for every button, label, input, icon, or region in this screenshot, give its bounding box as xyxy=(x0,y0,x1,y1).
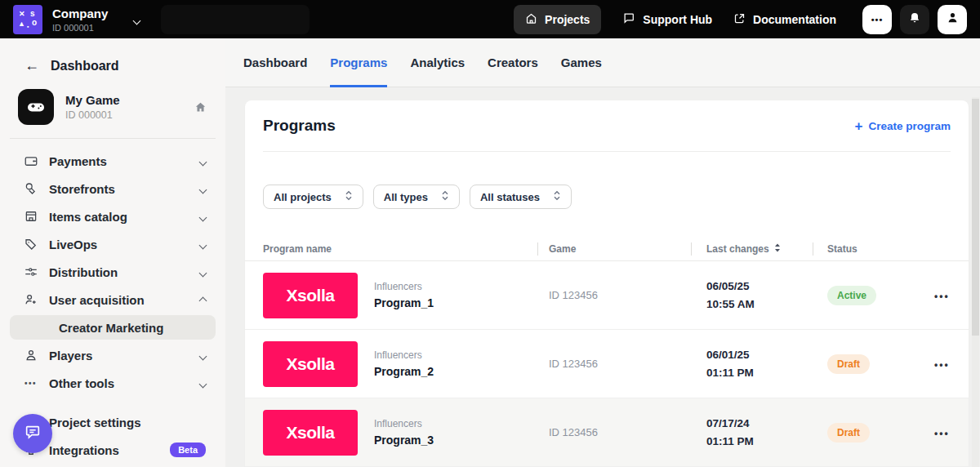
tab-bar: Dashboard Programs Analytics Creators Ga… xyxy=(225,38,980,87)
last-change-time: 01:11 PM xyxy=(706,364,813,382)
tab-creators[interactable]: Creators xyxy=(488,38,538,87)
filter-all-types[interactable]: All types xyxy=(373,185,460,209)
home-icon xyxy=(525,12,537,27)
column-last-changes[interactable]: Last changes xyxy=(691,243,813,255)
chevron-down-icon xyxy=(200,348,206,362)
gamepad-icon xyxy=(18,89,54,125)
project-card[interactable]: My Game ID 000001 xyxy=(18,89,207,125)
home-icon[interactable] xyxy=(194,100,207,114)
tab-programs[interactable]: Programs xyxy=(330,38,387,87)
support-hub-label: Support Hub xyxy=(643,13,712,26)
chat-widget-button[interactable] xyxy=(13,414,52,453)
sidebar-item-distribution[interactable]: Distribution xyxy=(0,258,225,286)
back-to-dashboard[interactable]: ← Dashboard xyxy=(0,57,225,74)
table-row[interactable]: Xsolla Influencers Program_3 ID 123456 0… xyxy=(245,398,969,467)
beta-badge: Beta xyxy=(170,443,206,457)
company-name: Company xyxy=(52,7,108,21)
sidebar-item-user-acquisition[interactable]: User acquisition xyxy=(0,286,225,314)
scrollbar-thumb[interactable] xyxy=(972,99,979,336)
chevron-down-icon xyxy=(200,153,206,168)
company-switcher[interactable]: Company ID 000001 xyxy=(52,7,108,33)
documentation-button[interactable]: Documentation xyxy=(733,12,836,27)
row-menu-button[interactable]: ••• xyxy=(934,359,950,371)
column-game: Game xyxy=(537,243,691,255)
logo-glyph: ▲ xyxy=(18,20,25,28)
sort-icon xyxy=(774,243,781,255)
chevron-down-icon xyxy=(200,181,206,196)
tags-icon xyxy=(23,181,38,196)
documentation-label: Documentation xyxy=(753,13,836,26)
person-icon xyxy=(23,348,38,362)
external-link-icon xyxy=(733,12,746,27)
program-name: Program_1 xyxy=(374,296,434,309)
logo-glyph: ✕ xyxy=(19,11,25,18)
chevron-down-icon[interactable] xyxy=(134,12,140,27)
chevron-down-icon xyxy=(200,265,206,279)
chevron-down-icon xyxy=(200,209,206,224)
game-id: ID 123456 xyxy=(537,426,691,438)
program-category: Influencers xyxy=(374,418,434,429)
program-name: Program_2 xyxy=(374,365,434,378)
sidebar-item-creator-marketing-selected[interactable]: Creator Marketing xyxy=(10,315,216,340)
support-hub-button[interactable]: Support Hub xyxy=(622,11,712,27)
chat-bubble-icon xyxy=(24,423,42,444)
content-area: Programs + Create program All projects A… xyxy=(225,87,980,467)
user-plus-icon xyxy=(23,292,38,307)
status-badge: Draft xyxy=(827,423,870,443)
projects-label: Projects xyxy=(545,13,590,26)
filter-all-projects[interactable]: All projects xyxy=(263,185,363,209)
program-category: Influencers xyxy=(374,349,434,361)
logo-glyph: s xyxy=(30,10,35,18)
tab-games[interactable]: Games xyxy=(561,38,602,87)
sidebar-item-blueprint[interactable]: Blueprint Beta xyxy=(0,464,225,467)
notifications-button[interactable] xyxy=(900,5,929,34)
table-row[interactable]: Xsolla Influencers Program_2 ID 123456 0… xyxy=(245,330,969,398)
back-arrow-icon: ← xyxy=(24,57,39,74)
tab-analytics[interactable]: Analytics xyxy=(410,38,465,87)
sidebar-item-items-catalog[interactable]: Items catalog xyxy=(0,202,225,230)
sidebar-item-payments[interactable]: Payments xyxy=(0,147,225,175)
page-title: Programs xyxy=(263,117,336,135)
tab-dashboard[interactable]: Dashboard xyxy=(243,38,307,87)
program-category: Influencers xyxy=(374,281,434,292)
row-menu-button[interactable]: ••• xyxy=(934,291,950,302)
logo-glyph: ▪ xyxy=(27,24,29,29)
logo-glyph: o xyxy=(32,19,37,27)
more-options-button[interactable]: ••• xyxy=(862,5,892,34)
header-placeholder xyxy=(161,5,310,34)
back-label: Dashboard xyxy=(51,59,119,73)
project-name: My Game xyxy=(65,93,120,107)
select-arrows-icon xyxy=(345,190,353,203)
last-change-date: 07/17/24 xyxy=(706,415,813,433)
chevron-down-icon xyxy=(200,376,206,390)
main-area: Dashboard Programs Analytics Creators Ga… xyxy=(225,38,980,467)
row-menu-button[interactable]: ••• xyxy=(934,428,950,439)
ellipsis-icon: ••• xyxy=(23,379,38,388)
column-status: Status xyxy=(813,243,923,255)
program-logo: Xsolla xyxy=(263,273,358,318)
game-id: ID 123456 xyxy=(537,358,691,370)
program-logo: Xsolla xyxy=(263,341,358,387)
last-change-time: 10:55 AM xyxy=(706,296,813,314)
sidebar-item-storefronts[interactable]: Storefronts xyxy=(0,175,225,202)
plus-icon: + xyxy=(855,119,863,133)
ellipsis-icon: ••• xyxy=(871,15,884,24)
sidebar-item-liveops[interactable]: LiveOps xyxy=(0,230,225,258)
shop-icon xyxy=(23,209,38,224)
xsolla-logo-icon[interactable]: ✕ s ▲ ▪ o xyxy=(13,5,42,34)
sliders-icon xyxy=(23,265,38,279)
account-button[interactable] xyxy=(938,5,967,34)
projects-button[interactable]: Projects xyxy=(514,5,601,34)
project-id: ID 000001 xyxy=(65,109,120,121)
sidebar-item-other-tools[interactable]: ••• Other tools xyxy=(0,369,225,397)
filter-all-statuses[interactable]: All statuses xyxy=(470,185,572,209)
create-program-button[interactable]: + Create program xyxy=(855,119,951,133)
game-id: ID 123456 xyxy=(537,289,691,301)
sidebar-item-players[interactable]: Players xyxy=(0,341,225,369)
table-row[interactable]: Xsolla Influencers Program_1 ID 123456 0… xyxy=(245,261,969,330)
sidebar: ← Dashboard My Game ID 000001 Payments xyxy=(0,38,225,467)
column-program-name: Program name xyxy=(245,243,537,255)
wallet-icon xyxy=(23,153,38,168)
programs-table: Program name Game Last changes Status Xs… xyxy=(245,237,969,467)
last-change-date: 06/01/25 xyxy=(706,346,813,364)
